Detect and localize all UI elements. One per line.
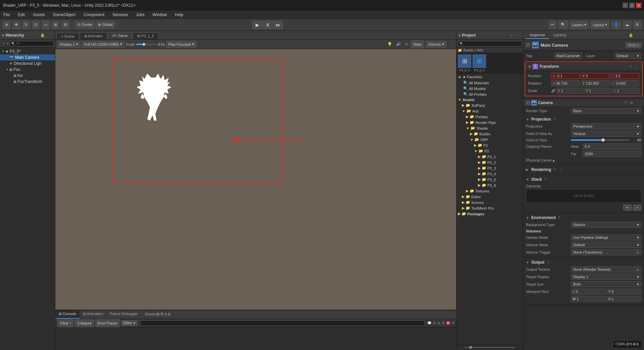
menu-file[interactable]: File	[1, 12, 12, 18]
packages-header[interactable]: ▶ 📁 Packages	[457, 211, 523, 217]
viewport-h-field[interactable]: H 1	[607, 296, 642, 302]
search-button[interactable]: 🔍	[558, 21, 568, 29]
step-button[interactable]: ⏭	[273, 21, 283, 29]
menu-services[interactable]: Services	[110, 12, 130, 18]
menu-gameobject[interactable]: GameObject	[51, 12, 77, 18]
menu-jobs[interactable]: Jobs	[134, 12, 146, 18]
play-button[interactable]: ▶	[253, 21, 262, 29]
camera-settings-button[interactable]: ⚙	[629, 100, 634, 105]
console-more-button[interactable]: ⋮	[450, 310, 456, 319]
output-help-button[interactable]: ?	[546, 260, 550, 265]
menu-window[interactable]: Window	[151, 12, 169, 18]
camera-enabled-checkbox[interactable]: ✓	[526, 101, 530, 105]
add-gameobject-button[interactable]: +	[1, 41, 5, 46]
tree-item-fox-transform[interactable]: ⊞ FoxTransform	[0, 79, 55, 85]
item-urp[interactable]: ▼ 📂 URP	[457, 137, 523, 142]
item-scenes[interactable]: ▶ 📁 Scenes	[457, 200, 523, 205]
viewport-y-field[interactable]: Y 0	[607, 289, 642, 295]
tab-scene[interactable]: ≡ Scene	[57, 33, 79, 39]
favorites-all-prefabs[interactable]: 🔍 All Prefabs	[457, 91, 523, 97]
scale-slider[interactable]	[136, 44, 156, 45]
output-header[interactable]: ▼ Output ?	[523, 259, 644, 266]
pause-button[interactable]: ⏸	[263, 21, 272, 29]
item-textmesh[interactable]: ▶ 📁 TextMesh Pro	[457, 205, 523, 211]
scale-z-field[interactable]: Z 1	[612, 88, 639, 94]
item-3rdparty[interactable]: ▶ 📁 3rdParty	[457, 102, 523, 108]
hierarchy-more-button[interactable]: ⋮	[47, 33, 53, 38]
cloud-button[interactable]: ☁	[623, 21, 631, 29]
camera-help-button[interactable]: ?	[624, 100, 628, 105]
item-p3-1[interactable]: ▶ 📁 P3_1	[457, 154, 523, 160]
tab-inspector[interactable]: Inspector	[526, 32, 549, 39]
project-add-button[interactable]: +	[510, 33, 514, 38]
fov-slider[interactable]	[571, 139, 629, 141]
near-field[interactable]: 0.3	[582, 143, 641, 149]
display-dropdown[interactable]: Display 1 ▾	[57, 41, 80, 48]
stack-remove-button[interactable]: −	[633, 205, 641, 211]
projection-header[interactable]: ▼ Projection ?	[523, 116, 644, 123]
camera-more-button[interactable]: ⋮	[636, 100, 641, 105]
game-more-button[interactable]: ⋮	[448, 42, 454, 47]
console-search[interactable]	[140, 320, 425, 326]
item-p3-3[interactable]: ▶ 📁 P3_3	[457, 165, 523, 171]
stack-add-button[interactable]: +	[623, 205, 632, 211]
volume-mask-dropdown[interactable]: Default ▾	[571, 242, 641, 248]
account-button[interactable]: 👤	[611, 21, 621, 29]
rotation-y-field[interactable]: Y 132.902	[581, 80, 610, 86]
item-arts[interactable]: ▼ 📂 Arts	[457, 108, 523, 114]
environment-help-button[interactable]: ?	[557, 215, 561, 220]
resolution-dropdown[interactable]: Full HD (1920×1080) ▾	[82, 41, 124, 48]
viewport-w-field[interactable]: W 1	[571, 296, 606, 302]
position-y-field[interactable]: Y 3	[581, 73, 610, 79]
inspector-more-button[interactable]: ⋮	[636, 33, 641, 38]
menu-edit[interactable]: Edit	[16, 12, 27, 18]
move-tool[interactable]: ✥	[12, 21, 20, 29]
lighting-icon[interactable]: 💡	[386, 42, 393, 47]
collapse-button[interactable]: Collapse	[75, 319, 94, 327]
tab-shader-ref[interactable]: Shader参考大全	[141, 310, 174, 319]
tree-item-fox-mesh[interactable]: ⊞ fox	[0, 73, 55, 79]
tag-dropdown[interactable]: MainCamera ▾	[554, 53, 582, 59]
tab-frame-debugger[interactable]: Frame Debugger	[107, 310, 141, 319]
favorites-all-materials[interactable]: 🔍 All Materials	[457, 80, 523, 86]
projection-dropdown[interactable]: Perspective ▾	[571, 123, 641, 129]
far-field[interactable]: 1000	[582, 151, 641, 157]
bg-type-dropdown[interactable]: Skybox ▾	[571, 222, 641, 228]
update-mode-dropdown[interactable]: Use Pipeline Settings ▾	[571, 234, 641, 240]
output-texture-field[interactable]: None (Render Texture) ⊙	[571, 266, 641, 272]
multi-tool[interactable]: ⊞	[52, 21, 59, 29]
rendering-help-button[interactable]: ?	[552, 167, 556, 172]
tree-item-directional-light[interactable]: ☀ Directional Ligh	[0, 60, 55, 67]
item-prefabs[interactable]: ▶ 📁 Prefabs	[457, 114, 523, 120]
volume-trigger-field[interactable]: None (Transform) ⊙	[571, 249, 641, 255]
item-p3-6[interactable]: ▶ 📁 P3_6	[457, 182, 523, 188]
layers-dropdown[interactable]: Layers ▾	[570, 21, 589, 29]
position-z-field[interactable]: Z 3.2	[610, 73, 639, 79]
tab-console[interactable]: ⊞ Console	[55, 310, 79, 319]
tree-item-main-camera[interactable]: 📷 Main Camera	[0, 54, 55, 60]
static-dropdown[interactable]: Static ▾	[626, 43, 641, 48]
undo-history-button[interactable]: ↩	[549, 21, 556, 29]
item-p3-4[interactable]: ▶ 📁 P3_4	[457, 171, 523, 177]
layout-dropdown[interactable]: Layout ▾	[591, 21, 609, 29]
rendering-header[interactable]: ▶ Rendering ? ⋮	[523, 166, 644, 173]
item-textures[interactable]: ▶ 📁 Textures	[457, 188, 523, 194]
tree-item-fox[interactable]: ▼ ⊞ Fox	[0, 67, 55, 73]
environment-header[interactable]: ▼ Environment ?	[523, 214, 644, 221]
maximize-button[interactable]: □	[629, 3, 635, 8]
global-local-button[interactable]: ⊕ Global	[96, 21, 115, 29]
menu-assets[interactable]: Assets	[31, 12, 47, 18]
editor-dropdown[interactable]: Editor ▾	[121, 320, 138, 326]
aspect-icon[interactable]: ⊞	[404, 42, 409, 47]
project-zoom-slider[interactable]	[457, 345, 523, 350]
tab-animator[interactable]: ⊞ Animator	[80, 33, 107, 39]
stats-button[interactable]: Stats	[411, 40, 424, 48]
rendering-more-button[interactable]: ⋮	[558, 167, 564, 172]
audio-icon[interactable]: 🔊	[395, 42, 402, 47]
item-p3-2[interactable]: ▶ 📁 P3_2	[457, 160, 523, 165]
transform-help-button[interactable]: ?	[628, 64, 632, 69]
transform-more-button[interactable]: ⋮	[634, 64, 639, 69]
item-p3-5[interactable]: ▶ 📁 P3_5	[457, 177, 523, 182]
minimize-button[interactable]: −	[623, 3, 628, 8]
tree-item-p3-5[interactable]: ▼ ★ P3_5*	[0, 48, 55, 54]
